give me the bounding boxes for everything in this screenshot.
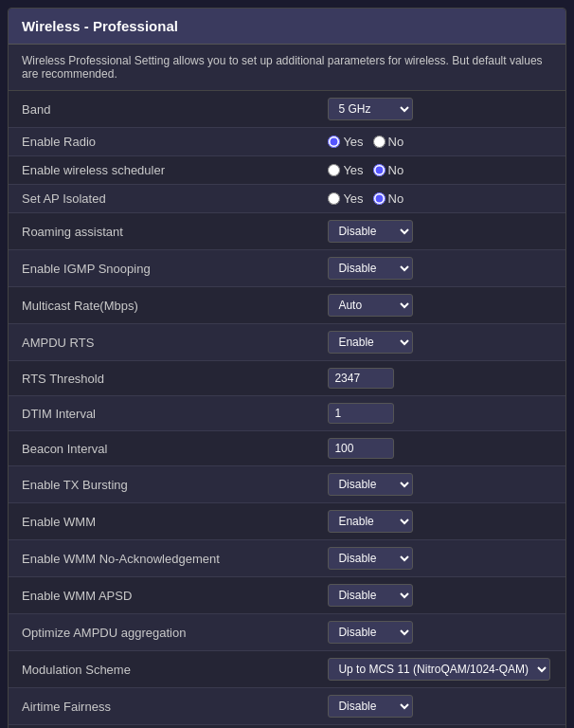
radio-input-yes[interactable]	[328, 136, 340, 148]
table-row: Multicast Rate(Mbps)Auto125.511	[9, 287, 565, 324]
field-label: Beacon Interval	[9, 431, 314, 466]
field-label: Enable WMM No-Acknowledgement	[9, 540, 314, 577]
field-label: Enable TX Bursting	[9, 466, 314, 503]
field-label: Band	[9, 91, 314, 128]
field-label: Enable Radio	[9, 128, 314, 156]
table-row: Beacon Interval	[9, 431, 565, 466]
field-control: DisableEnable	[314, 688, 565, 725]
table-row: Band2.4 GHz5 GHz6 GHz	[9, 91, 565, 128]
table-row: DTIM Interval	[9, 396, 565, 431]
field-label: Set AP Isolated	[9, 185, 314, 213]
field-label: Enable WMM	[9, 503, 314, 540]
field-control	[314, 361, 565, 396]
field-select-airtime-fairness[interactable]: DisableEnable	[328, 695, 413, 718]
field-control: YesNo	[314, 185, 565, 213]
field-control: DisableEnable	[314, 250, 565, 287]
text-input-dtim-interval[interactable]	[328, 403, 394, 424]
table-row: Enable IGMP SnoopingDisableEnable	[9, 250, 565, 287]
table-row: Enable wireless schedulerYesNo	[9, 156, 565, 185]
field-label: Enable IGMP Snooping	[9, 250, 314, 287]
field-select-band[interactable]: 2.4 GHz5 GHz6 GHz	[328, 98, 413, 120]
radio-label-yes[interactable]: Yes	[328, 135, 363, 149]
field-select-modulation-scheme[interactable]: Up to MCS 11 (NitroQAM/1024-QAM)Up to MC…	[328, 658, 550, 681]
field-control: YesNo	[314, 156, 565, 185]
field-label: Airtime Fairness	[9, 688, 314, 725]
table-row: Airtime FairnessDisableEnable	[9, 688, 565, 725]
table-row: Optimize AMPDU aggregationDisableEnable	[9, 614, 565, 651]
radio-group: YesNo	[328, 191, 552, 206]
field-label: Roaming assistant	[9, 213, 314, 250]
radio-input-yes[interactable]	[328, 192, 340, 205]
field-label: Optimize AMPDU aggregation	[9, 614, 314, 651]
table-row: Enable WMM No-AcknowledgementDisableEnab…	[9, 540, 565, 577]
table-row: AMPDU RTSDisableEnable	[9, 324, 565, 361]
radio-input-no[interactable]	[373, 164, 386, 176]
radio-label-no[interactable]: No	[373, 135, 404, 149]
field-label: Enable wireless scheduler	[9, 156, 314, 185]
radio-group: YesNo	[328, 163, 552, 177]
table-row: Enable WMM APSDDisableEnable	[9, 577, 565, 614]
field-control: DisableEnable	[314, 540, 565, 577]
field-control: DisableEnable	[314, 725, 565, 729]
field-control: YesNo	[314, 128, 565, 156]
table-row: Enable TX BurstingDisableEnable	[9, 466, 565, 503]
field-control: DisableEnable	[314, 466, 565, 503]
radio-input-yes[interactable]	[328, 164, 340, 176]
radio-group: YesNo	[328, 135, 552, 149]
text-input-rts-threshold[interactable]	[328, 368, 394, 389]
field-select-ampdu-rts[interactable]: DisableEnable	[328, 331, 413, 354]
field-select-enable-tx-bursting[interactable]: DisableEnable	[328, 473, 413, 496]
field-label: RTS Threshold	[9, 361, 314, 396]
table-row: Roaming assistantDisableEnable	[9, 213, 565, 250]
field-select-enable-wmm[interactable]: DisableEnable	[328, 510, 413, 533]
field-control: DisableEnable	[314, 503, 565, 540]
field-label: Multicast Rate(Mbps)	[9, 287, 314, 324]
field-control	[314, 431, 565, 466]
panel-title: Wireless - Professional	[9, 9, 565, 45]
field-control: Auto125.511	[314, 287, 565, 324]
field-label: AMPDU RTS	[9, 324, 314, 361]
field-label: Enable WMM APSD	[9, 577, 314, 614]
field-control: DisableEnable	[314, 577, 565, 614]
field-control: DisableEnable	[314, 614, 565, 651]
radio-label-no[interactable]: No	[373, 191, 404, 206]
table-row: Multi-User MIMODisableEnable	[9, 725, 565, 729]
field-select-optimize-ampdu-aggregation[interactable]: DisableEnable	[328, 621, 413, 644]
table-row: RTS Threshold	[9, 361, 565, 396]
radio-input-no[interactable]	[373, 136, 386, 148]
field-control: 2.4 GHz5 GHz6 GHz	[314, 91, 565, 128]
field-select-multicast-rate(mbps)[interactable]: Auto125.511	[328, 294, 413, 317]
field-label: Modulation Scheme	[9, 651, 314, 688]
table-row: Enable WMMDisableEnable	[9, 503, 565, 540]
field-label: Multi-User MIMO	[9, 725, 314, 729]
field-control: DisableEnable	[314, 213, 565, 250]
field-control	[314, 396, 565, 431]
text-input-beacon-interval[interactable]	[328, 438, 394, 459]
field-label: DTIM Interval	[9, 396, 314, 431]
table-row: Set AP IsolatedYesNo	[9, 185, 565, 213]
radio-label-no[interactable]: No	[373, 163, 404, 177]
field-control: Up to MCS 11 (NitroQAM/1024-QAM)Up to MC…	[314, 651, 565, 688]
field-select-enable-igmp-snooping[interactable]: DisableEnable	[328, 257, 413, 280]
field-select-roaming-assistant[interactable]: DisableEnable	[328, 220, 413, 243]
field-control: DisableEnable	[314, 324, 565, 361]
radio-input-no[interactable]	[373, 192, 386, 205]
settings-table: Band2.4 GHz5 GHz6 GHzEnable RadioYesNoEn…	[9, 91, 565, 728]
radio-label-yes[interactable]: Yes	[328, 191, 363, 206]
panel-description: Wireless Professional Setting allows you…	[9, 45, 565, 91]
field-select-enable-wmm-apsd[interactable]: DisableEnable	[328, 584, 413, 607]
field-select-enable-wmm-no-acknowledgement[interactable]: DisableEnable	[328, 547, 413, 570]
table-row: Enable RadioYesNo	[9, 128, 565, 156]
radio-label-yes[interactable]: Yes	[328, 163, 363, 177]
table-row: Modulation SchemeUp to MCS 11 (NitroQAM/…	[9, 651, 565, 688]
